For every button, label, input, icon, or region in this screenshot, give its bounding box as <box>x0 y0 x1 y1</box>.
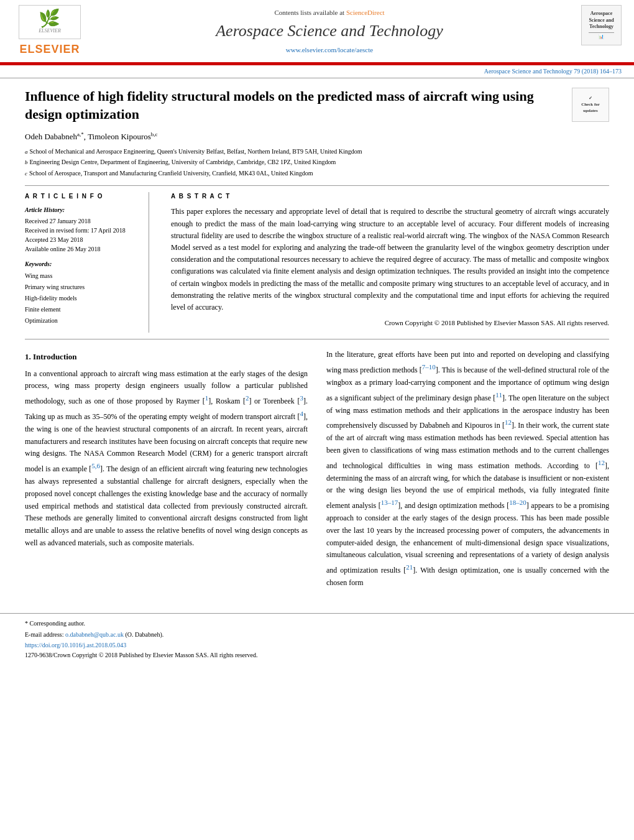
author1-name: Odeh Dababneh <box>25 132 77 142</box>
article-meta: A R T I C L E I N F O Article History: R… <box>25 185 609 339</box>
keyword-5: Optimization <box>25 315 139 326</box>
affiliation-c: c School of Aerospace, Transport and Man… <box>25 168 609 178</box>
two-column-layout: 1. Introduction In a conventional approa… <box>25 349 609 594</box>
elsevier-logo: 🌿 ELSEVIER ELSEVIER <box>12 5 87 62</box>
available-text: Contents lists available at ScienceDirec… <box>99 8 559 17</box>
email-link[interactable]: o.dababneh@qub.ac.uk <box>65 631 124 638</box>
authors-line: Odeh Dababneha,*, Timoleon Kipourosb,c <box>25 131 609 143</box>
keywords-block: Keywords: Wing mass Primary wing structu… <box>25 260 139 326</box>
sciencedirect-link[interactable]: ScienceDirect <box>346 9 385 16</box>
elsevier-motto: ELSEVIER <box>39 27 61 34</box>
email-suffix: (O. Dababneh). <box>125 631 163 638</box>
column-left: 1. Introduction In a conventional approa… <box>25 349 311 594</box>
author1-sup: a,* <box>77 131 84 137</box>
keyword-4: Finite element <box>25 304 139 315</box>
abstract-copyright: Crown Copyright © 2018 Published by Else… <box>171 318 609 328</box>
history-label: Article History: <box>25 206 139 215</box>
abstract-section: A B S T R A C T This paper explores the … <box>162 192 609 333</box>
keywords-heading: Keywords: <box>25 260 139 269</box>
badge-text: Aerospace Science and Technology 📊 <box>589 11 613 39</box>
article-main: 1. Introduction In a conventional approa… <box>25 339 609 600</box>
elsevier-tree-icon: 🌿 <box>39 10 61 27</box>
keywords-list: Wing mass Primary wing structures High-f… <box>25 270 139 326</box>
keyword-1: Wing mass <box>25 270 139 282</box>
column-right: In the literature, great efforts have be… <box>323 349 609 594</box>
article-body: Influence of high fidelity structural mo… <box>0 78 634 607</box>
elsevier-logo-box: 🌿 ELSEVIER <box>19 5 81 39</box>
affiliations: a School of Mechanical and Aerospace Eng… <box>25 147 609 178</box>
section1-col1-text: In a conventional approach to aircraft w… <box>25 368 308 550</box>
page: 🌿 ELSEVIER ELSEVIER Contents lists avail… <box>0 0 634 840</box>
history-block: Article History: Received 27 January 201… <box>25 206 139 254</box>
journal-badge: Aerospace Science and Technology 📊 <box>581 5 622 45</box>
citation-text: Aerospace Science and Technology 79 (201… <box>484 68 622 75</box>
journal-center: Contents lists available at ScienceDirec… <box>87 5 572 58</box>
keyword-3: High-fidelity models <box>25 293 139 304</box>
received-date: Received 27 January 2018 <box>25 216 139 226</box>
article-info: A R T I C L E I N F O Article History: R… <box>25 192 149 333</box>
accepted-date: Accepted 23 May 2018 <box>25 235 139 244</box>
journal-url[interactable]: www.elsevier.com/locate/aescte <box>99 45 559 55</box>
footnote-corresponding: * Corresponding author. <box>25 619 609 628</box>
footer-doi[interactable]: https://doi.org/10.1016/j.ast.2018.05.04… <box>25 641 609 650</box>
affiliation-b: b Engineering Design Centre, Department … <box>25 157 609 167</box>
revised-date: Received in revised form: 17 April 2018 <box>25 226 139 235</box>
keyword-2: Primary wing structures <box>25 282 139 293</box>
article-footer: * Corresponding author. E-mail address: … <box>0 613 634 665</box>
footnote-email: E-mail address: o.dababneh@qub.ac.uk (O.… <box>25 630 609 639</box>
abstract-heading: A B S T R A C T <box>171 192 609 201</box>
author2-name: Timoleon Kipouros <box>88 132 151 142</box>
check-updates-label: Check forupdates <box>581 102 600 114</box>
abstract-text: This paper explores the necessary and ap… <box>171 206 609 313</box>
elsevier-label: ELSEVIER <box>19 42 80 57</box>
journal-title: Aerospace Science and Technology <box>99 20 559 42</box>
citation-bar: Aerospace Science and Technology 79 (201… <box>0 65 634 78</box>
footer-copyright: 1270-9638/Crown Copyright © 2018 Publish… <box>25 651 609 660</box>
available-date: Available online 26 May 2018 <box>25 244 139 254</box>
section1-title: 1. Introduction <box>25 351 308 362</box>
check-updates-badge: ✓ Check forupdates <box>572 88 609 122</box>
journal-right: Aerospace Science and Technology 📊 <box>572 5 622 45</box>
author2-sup: b,c <box>151 131 158 137</box>
article-title: Influence of high fidelity structural mo… <box>25 88 609 123</box>
affiliation-a: a School of Mechanical and Aerospace Eng… <box>25 147 609 157</box>
article-info-heading: A R T I C L E I N F O <box>25 192 139 201</box>
journal-header: 🌿 ELSEVIER ELSEVIER Contents lists avail… <box>0 0 634 63</box>
section1-col2-text: In the literature, great efforts have be… <box>326 349 609 589</box>
email-label: E-mail address: <box>25 631 63 638</box>
